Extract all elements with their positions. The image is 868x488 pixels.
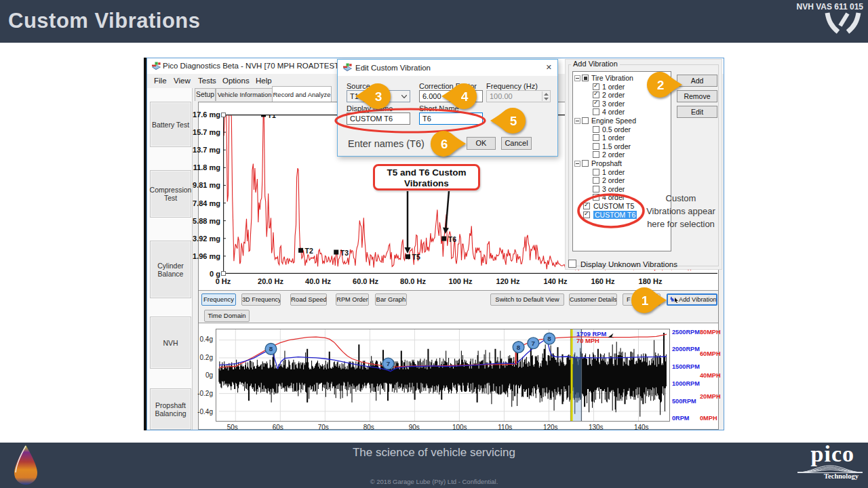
tab-record-and-analyze[interactable]: Record and Analyze [272, 86, 332, 102]
combo-dropdown-icon [401, 95, 407, 98]
frequency-spinner[interactable] [542, 92, 549, 101]
spinner-down-icon[interactable] [544, 98, 549, 100]
ok-button[interactable]: OK [467, 137, 496, 150]
short-name-value: T6 [422, 115, 431, 123]
dialog-close-icon[interactable]: ✕ [546, 63, 552, 72]
add-vibration-panel-title: Add Vibration [571, 60, 620, 68]
cancel-button[interactable]: Cancel [501, 137, 532, 150]
correction-factor-input[interactable]: 6.000 [419, 90, 483, 102]
short-name-input[interactable]: T6 [419, 113, 483, 125]
dialog-layer: Edit Custom Vibration ✕ Source Correctio… [0, 0, 868, 488]
dialog-title: Edit Custom Vibration [355, 64, 431, 72]
source-value: T1 [350, 92, 359, 100]
frequency-value: 100.00 [490, 92, 513, 100]
display-name-input[interactable]: CUSTOM T6 [347, 113, 410, 125]
frequency-label: Frequency (Hz) [486, 82, 538, 90]
source-combobox[interactable]: T1 [347, 90, 410, 102]
spinner-up-icon[interactable] [544, 93, 549, 96]
edit-custom-vibration-dialog: Edit Custom Vibration ✕ Source Correctio… [337, 59, 558, 157]
display-name-label: Display Name [347, 104, 393, 113]
slide: Custom Vibrations NVH VAS 611 015 The sc… [0, 0, 868, 488]
short-name-label: Short Name [419, 104, 459, 113]
display-name-value: CUSTOM T6 [350, 115, 393, 123]
dialog-titlebar[interactable]: Edit Custom Vibration ✕ [338, 60, 557, 76]
dialog-icon [342, 63, 353, 72]
source-label: Source [347, 82, 370, 90]
frequency-input[interactable]: 100.00 [486, 90, 551, 102]
dialog-note: Enter names (T6) [348, 138, 425, 149]
correction-factor-label: Correction Factor [419, 82, 477, 90]
correction-factor-value: 6.000 [422, 92, 441, 100]
